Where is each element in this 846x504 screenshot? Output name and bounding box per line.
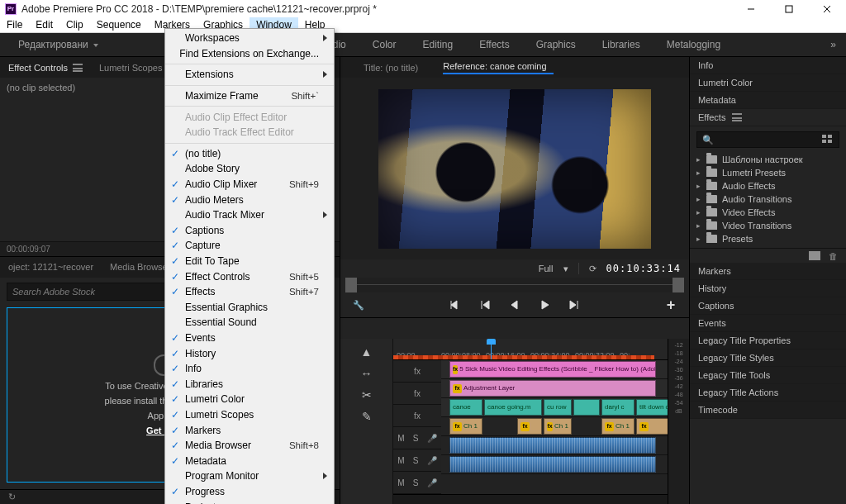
menu-item[interactable]: ✓Info bbox=[165, 361, 334, 377]
go-to-in-button[interactable] bbox=[477, 297, 493, 313]
menu-item[interactable]: ✓Markers bbox=[165, 422, 334, 438]
panel-captions[interactable]: Captions bbox=[690, 297, 846, 315]
clip-a3[interactable] bbox=[449, 456, 656, 473]
tree-item[interactable]: ▸Audio Effects bbox=[696, 179, 839, 192]
menu-item[interactable]: ✓Metadata bbox=[165, 453, 334, 468]
tree-item[interactable]: ▸Lumetri Presets bbox=[696, 166, 839, 178]
program-scrubber[interactable] bbox=[345, 278, 684, 292]
menu-item[interactable]: Maximize FrameShift+` bbox=[165, 88, 334, 104]
menu-item[interactable]: ✓Media BrowserShift+8 bbox=[165, 438, 334, 454]
menu-item[interactable]: Audio Track Mixer bbox=[165, 207, 334, 223]
clip-v1-2[interactable]: cu row bbox=[544, 399, 572, 416]
clip-a1-0[interactable]: fxCh 1 bbox=[449, 418, 482, 435]
step-back-button[interactable] bbox=[506, 297, 523, 313]
tool-pen[interactable]: ✎ bbox=[362, 410, 372, 423]
effects-filter-icon[interactable] bbox=[822, 135, 834, 145]
panel-menu-icon[interactable] bbox=[732, 113, 742, 121]
menu-item[interactable]: Adobe Story bbox=[165, 161, 334, 177]
add-button-button[interactable]: + bbox=[663, 297, 679, 313]
window-max-button[interactable] bbox=[770, 0, 808, 17]
panel-menu-icon[interactable] bbox=[73, 64, 83, 72]
menu-item[interactable]: ✓EffectsShift+7 bbox=[165, 284, 334, 300]
menu-file[interactable]: File bbox=[0, 17, 29, 32]
delete-icon[interactable]: 🗑 bbox=[829, 251, 838, 261]
menu-item[interactable]: Workspaces bbox=[165, 31, 334, 46]
tab-reference[interactable]: Reference: canoe coming bbox=[443, 61, 553, 74]
clip-a2[interactable] bbox=[449, 437, 656, 454]
clip-a1-4[interactable]: fx bbox=[636, 418, 668, 435]
clip-v1-5[interactable]: tilt down canoe.mxf bbox=[636, 399, 668, 416]
panel-timecode[interactable]: Timecode bbox=[690, 402, 846, 419]
ws-tab-effects[interactable]: Effects bbox=[466, 39, 522, 50]
tool-ripple[interactable]: ↔ bbox=[361, 367, 373, 380]
menu-item[interactable]: ✓History bbox=[165, 345, 334, 361]
zoom-select[interactable]: Full bbox=[539, 264, 554, 273]
tool-selection[interactable]: ▲ bbox=[361, 345, 373, 359]
mark-in-button[interactable] bbox=[447, 297, 463, 313]
panel-legacy-title-actions[interactable]: Legacy Title Actions bbox=[690, 384, 846, 402]
tab-title[interactable]: Title: (no title) bbox=[364, 63, 418, 73]
step-fwd-button[interactable] bbox=[566, 297, 582, 313]
menu-item[interactable]: ✓Events bbox=[165, 330, 334, 346]
ws-tab-color[interactable]: Color bbox=[359, 39, 410, 50]
window-close-button[interactable] bbox=[808, 0, 846, 17]
menu-item[interactable]: ✓Captions bbox=[165, 223, 334, 239]
timeline-ruler[interactable]: 00:00 00:00:08:00 00:00:16:00 00:00:24:0… bbox=[393, 339, 668, 360]
menu-item[interactable]: ✓Lumetri Scopes bbox=[165, 407, 334, 423]
track-a2-header[interactable]: MS🎤 bbox=[393, 449, 441, 472]
menu-item[interactable]: Program Monitor bbox=[165, 468, 334, 484]
menu-item[interactable]: ✓Capture bbox=[165, 238, 334, 254]
tree-item[interactable]: ▸Video Effects bbox=[696, 206, 839, 218]
panel-legacy-title-properties[interactable]: Legacy Title Properties bbox=[690, 332, 846, 349]
menu-item[interactable]: ✓Lumetri Color bbox=[165, 392, 334, 407]
program-viewer[interactable] bbox=[340, 78, 689, 259]
menu-sequence[interactable]: Sequence bbox=[90, 17, 148, 32]
tab-media-browser[interactable]: Media Browser bbox=[110, 262, 170, 272]
track-v2-header[interactable]: fx bbox=[393, 383, 441, 405]
clip-v1-0[interactable]: canoe bbox=[449, 399, 482, 416]
tree-item[interactable]: ▸Шаблоны настроек bbox=[696, 153, 839, 165]
menu-item[interactable]: Projects bbox=[165, 499, 334, 504]
ws-tab-editing-ru[interactable]: Редактировани bbox=[5, 39, 112, 50]
settings-icon[interactable]: ⟳ bbox=[589, 264, 596, 274]
panel-events[interactable]: Events bbox=[690, 315, 846, 332]
menu-item[interactable]: ✓Effect ControlsShift+5 bbox=[165, 269, 334, 284]
ws-tab-graphics[interactable]: Graphics bbox=[523, 39, 589, 50]
tab-effect-controls[interactable]: Effect Controls bbox=[8, 63, 83, 73]
menu-item[interactable]: Find Extensions on Exchange... bbox=[165, 46, 334, 62]
tool-razor[interactable]: ✂ bbox=[362, 388, 372, 402]
window-min-button[interactable] bbox=[732, 0, 770, 17]
timeline-lanes[interactable]: fx 5 Sick Music Video Editing Effects (S… bbox=[441, 360, 668, 494]
clip-v1-4[interactable]: daryl c bbox=[601, 399, 634, 416]
menu-clip[interactable]: Clip bbox=[59, 17, 90, 32]
track-a1-header[interactable]: MS🎤 bbox=[393, 427, 441, 449]
tab-project[interactable]: oject: 12121~recover bbox=[8, 262, 93, 272]
clip-a1-1[interactable]: fx bbox=[517, 418, 542, 435]
panel-legacy-title-styles[interactable]: Legacy Title Styles bbox=[690, 349, 846, 367]
panel-legacy-title-tools[interactable]: Legacy Title Tools bbox=[690, 367, 846, 384]
panel-info[interactable]: Info bbox=[690, 57, 846, 74]
ws-tab-editing[interactable]: Editing bbox=[409, 39, 466, 50]
menu-item[interactable]: ✓Audio Meters bbox=[165, 192, 334, 207]
clip-a1-3[interactable]: fxCh 1 bbox=[601, 418, 634, 435]
ws-overflow-button[interactable]: » bbox=[825, 39, 846, 50]
menu-item[interactable]: ✓(no title) bbox=[165, 146, 334, 162]
tree-item[interactable]: ▸Video Transitions bbox=[696, 219, 839, 231]
panel-lumetri-color[interactable]: Lumetri Color bbox=[690, 74, 846, 92]
new-bin-icon[interactable] bbox=[809, 251, 820, 260]
menu-item[interactable]: Essential Graphics bbox=[165, 300, 334, 316]
clip-v2[interactable]: fx Adjustment Layer bbox=[449, 380, 656, 397]
menu-item[interactable]: Essential Sound bbox=[165, 315, 334, 330]
tree-item[interactable]: ▸Presets bbox=[696, 232, 839, 245]
menu-item[interactable]: ✓Libraries bbox=[165, 376, 334, 392]
effects-search-input[interactable]: 🔍 bbox=[696, 131, 839, 148]
track-v1-header[interactable]: fx bbox=[393, 405, 441, 427]
track-a3-header[interactable]: MS🎤 bbox=[393, 472, 441, 494]
ws-tab-metalogging[interactable]: Metalogging bbox=[654, 39, 734, 50]
track-v3-header[interactable]: fx bbox=[393, 360, 441, 383]
clip-v3[interactable]: fx 5 Sick Music Video Editing Effects (S… bbox=[449, 361, 656, 378]
menu-edit[interactable]: Edit bbox=[29, 17, 59, 32]
clip-v1-3[interactable] bbox=[573, 399, 600, 416]
clip-v1-1[interactable]: canoe going.m bbox=[484, 399, 542, 416]
panel-metadata[interactable]: Metadata bbox=[690, 92, 846, 109]
